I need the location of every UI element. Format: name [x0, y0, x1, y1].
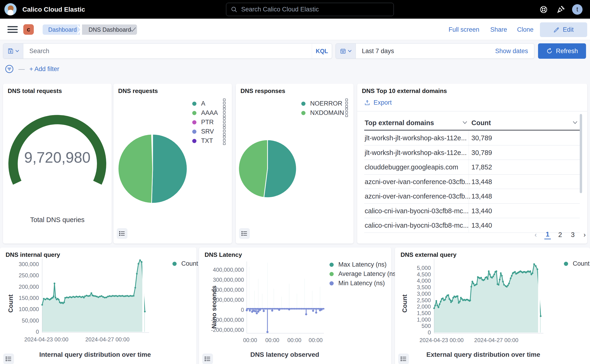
legend-item-actions-icon[interactable]	[345, 98, 349, 108]
external-query-area-chart[interactable]: 05001,0001,5002,0002,5003,0003,5004,0004…	[395, 247, 590, 364]
filter-icon[interactable]	[5, 65, 14, 73]
export-button[interactable]: Export	[364, 99, 392, 106]
saved-query-menu-button[interactable]	[3, 44, 23, 58]
column-header-domains[interactable]: Top external domains	[365, 119, 434, 127]
clone-button[interactable]: Clone	[517, 26, 534, 33]
legend-item-aaaa[interactable]: AAAA	[192, 109, 218, 117]
calico-logo[interactable]	[4, 3, 17, 16]
svg-text:00:00: 00:00	[266, 337, 279, 343]
internal-query-area-chart[interactable]: 050,000100,000150,000200,000250,000300,0…	[0, 247, 196, 364]
panel-dns-top-domains: DNS Top 10 external domains Export Top e…	[357, 84, 587, 244]
sort-chevron-icon[interactable]	[462, 121, 467, 124]
table-cell-domain[interactable]: clouddebugger.googleapis.com	[365, 163, 458, 171]
table-cell-domain[interactable]: calico-cni-ivan-byocni-03cfb8-mc...	[365, 207, 469, 215]
legend-dot	[192, 139, 196, 143]
svg-text:2,000: 2,000	[417, 303, 431, 310]
time-range-value[interactable]: Last 7 days	[356, 44, 489, 58]
legend-item-txt[interactable]: TXT	[192, 137, 213, 144]
dns-dashboard-app: Calico Cloud Elastic Search Calico Cloud…	[0, 0, 590, 364]
svg-text:500: 500	[421, 323, 431, 329]
pagination-page-3[interactable]: 3	[570, 230, 576, 239]
latency-line-chart[interactable]: 400,000,000300,000,000200,000,000100,000…	[199, 247, 391, 364]
legend-item-actions-icon[interactable]	[223, 108, 226, 118]
toggle-data-table-button[interactable]	[117, 228, 128, 239]
space-badge[interactable]: c	[23, 24, 34, 35]
svg-text:00:00: 00:00	[287, 337, 301, 343]
legend-item-actions-icon[interactable]	[223, 117, 226, 127]
legend-item-ptr[interactable]: PTR	[192, 119, 214, 126]
legend-item-srv[interactable]: SRV	[192, 128, 214, 135]
legend-item-nxdomain[interactable]: NXDOMAIN	[301, 109, 344, 117]
legend-label: TXT	[201, 137, 213, 144]
pagination: ‹123›	[533, 230, 587, 239]
panel-dns-requests: DNS requests AAAAAPTRSRVTXT	[113, 84, 232, 244]
table-cell-count: 13,440	[471, 222, 492, 229]
legend-item-noerror[interactable]: NOERROR	[301, 100, 342, 107]
toggle-data-table-button[interactable]	[202, 353, 213, 364]
sort-chevron-icon[interactable]	[573, 121, 577, 124]
share-button[interactable]: Share	[490, 26, 507, 33]
table-cell-domain[interactable]: azcni-over-ivan-conference-03cfb...	[365, 193, 471, 200]
chevron-down-icon	[15, 50, 19, 52]
legend-item-actions-icon[interactable]	[223, 136, 226, 146]
legend-label: AAAA	[201, 109, 218, 117]
table-cell-domain[interactable]: jlt-worksh-jlt-workshop-aks-112e...	[365, 134, 467, 142]
user-avatar[interactable]: t	[572, 4, 583, 15]
table-cell-count: 13,448	[471, 178, 492, 186]
legend-label: NXDOMAIN	[310, 109, 344, 117]
legend-item-a[interactable]: A	[192, 100, 205, 107]
table-cell-count: 17,852	[471, 163, 492, 171]
svg-text:50,000: 50,000	[22, 317, 39, 324]
svg-text:300,000: 300,000	[19, 261, 39, 267]
time-picker-menu-button[interactable]	[336, 44, 356, 58]
svg-text:2,500: 2,500	[417, 297, 431, 303]
breadcrumb-dns-dashboard[interactable]: DNS Dashboard	[82, 25, 137, 35]
full-screen-button[interactable]: Full screen	[448, 26, 479, 33]
pagination-next-icon[interactable]: ›	[582, 230, 587, 239]
pie-slice-nxdomain[interactable]	[239, 140, 267, 197]
table-cell-domain[interactable]: jlt-worksh-jlt-workshop-aks-112e...	[365, 149, 467, 156]
check-icon	[130, 26, 136, 33]
show-dates-button[interactable]: Show dates	[489, 44, 534, 58]
legend-dot	[192, 120, 196, 124]
column-header-count[interactable]: Count	[471, 119, 491, 127]
table-scrollbar[interactable]	[580, 114, 582, 193]
pie-slice-a[interactable]	[151, 134, 187, 203]
table-cell-domain[interactable]: azcni-over-ivan-conference-03cfb...	[365, 178, 471, 186]
pagination-page-2[interactable]: 2	[557, 230, 564, 239]
add-filter-button[interactable]: + Add filter	[29, 65, 59, 73]
legend-item-actions-icon[interactable]	[223, 127, 226, 136]
toggle-data-table-button[interactable]	[239, 228, 250, 239]
menu-hamburger-icon[interactable]	[7, 26, 18, 33]
panel-dns-responses: DNS responses NOERRORNXDOMAIN	[236, 84, 353, 244]
svg-text:0: 0	[36, 329, 39, 335]
time-picker: Last 7 days Show dates	[336, 43, 534, 59]
table-cell-domain[interactable]: calico-cni-ivan-byocni-03cfb8-mc...	[365, 222, 469, 229]
legend-item-actions-icon[interactable]	[345, 108, 349, 118]
news-party-popper-icon[interactable]	[557, 5, 565, 14]
dns-requests-pie-chart[interactable]	[113, 84, 232, 244]
pagination-page-1[interactable]: 1	[544, 230, 551, 239]
table-cell-count: 30,789	[471, 149, 492, 156]
panel-dns-internal-query: DNS internal query Count Count 050,00010…	[0, 247, 196, 364]
global-search-input[interactable]: Search Calico Cloud Elastic	[226, 3, 394, 16]
svg-text:1,500: 1,500	[417, 310, 431, 316]
refresh-button[interactable]: Refresh	[538, 43, 586, 59]
toggle-data-table-button[interactable]	[398, 353, 409, 364]
dns-responses-pie-chart[interactable]	[236, 84, 353, 244]
breadcrumb-dashboard[interactable]: Dashboard	[43, 25, 80, 35]
help-lifebuoy-icon[interactable]	[539, 5, 548, 14]
pie-slice-aaaa[interactable]	[118, 134, 153, 203]
legend-label: SRV	[201, 128, 214, 135]
kql-search-input[interactable]: Search	[23, 44, 312, 58]
svg-text:-100,000,000: -100,000,000	[211, 317, 244, 323]
pie-slice-noerror[interactable]	[264, 140, 296, 198]
svg-text:3,500: 3,500	[417, 284, 431, 290]
pencil-icon	[553, 27, 559, 33]
edit-button[interactable]: Edit	[540, 22, 587, 37]
legend-item-actions-icon[interactable]	[223, 98, 226, 108]
toggle-data-table-button[interactable]	[3, 353, 14, 364]
pagination-prev-icon[interactable]: ‹	[533, 230, 538, 239]
table-cell-count: 30,789	[471, 134, 492, 142]
kql-language-button[interactable]: KQL	[312, 44, 332, 58]
